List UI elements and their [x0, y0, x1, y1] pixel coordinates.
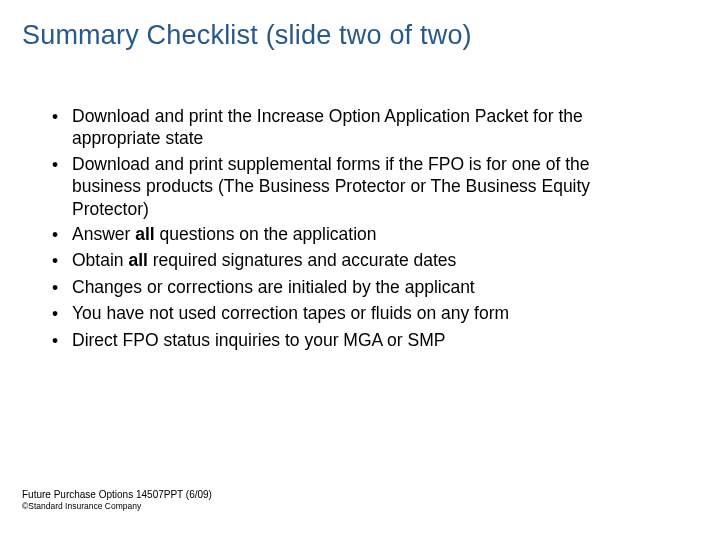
footer-copyright: ©Standard Insurance Company: [22, 501, 212, 512]
list-item-text: Direct FPO status inquiries to your MGA …: [72, 329, 660, 352]
bullet-icon: •: [52, 276, 72, 299]
list-item: • Obtain all required signatures and acc…: [52, 249, 660, 272]
bullet-icon: •: [52, 329, 72, 352]
list-item-text: Download and print the Increase Option A…: [72, 105, 660, 150]
bullet-icon: •: [52, 105, 72, 150]
slide: Summary Checklist (slide two of two) • D…: [0, 0, 720, 540]
list-item: • Download and print supplemental forms …: [52, 153, 660, 220]
list-item: • Changes or corrections are initialed b…: [52, 276, 660, 299]
bullet-icon: •: [52, 302, 72, 325]
bullet-icon: •: [52, 249, 72, 272]
list-item: • Direct FPO status inquiries to your MG…: [52, 329, 660, 352]
list-item: • You have not used correction tapes or …: [52, 302, 660, 325]
bullet-list: • Download and print the Increase Option…: [52, 105, 660, 355]
list-item-text: Changes or corrections are initialed by …: [72, 276, 660, 299]
list-item-text: Answer all questions on the application: [72, 223, 660, 246]
list-item-text: You have not used correction tapes or fl…: [72, 302, 660, 325]
list-item: • Download and print the Increase Option…: [52, 105, 660, 150]
slide-title: Summary Checklist (slide two of two): [22, 20, 472, 51]
footer-line-1: Future Purchase Options 14507PPT (6/09): [22, 488, 212, 501]
list-item: • Answer all questions on the applicatio…: [52, 223, 660, 246]
list-item-text: Obtain all required signatures and accur…: [72, 249, 660, 272]
slide-footer: Future Purchase Options 14507PPT (6/09) …: [22, 488, 212, 512]
bullet-icon: •: [52, 153, 72, 220]
bullet-icon: •: [52, 223, 72, 246]
list-item-text: Download and print supplemental forms if…: [72, 153, 660, 220]
